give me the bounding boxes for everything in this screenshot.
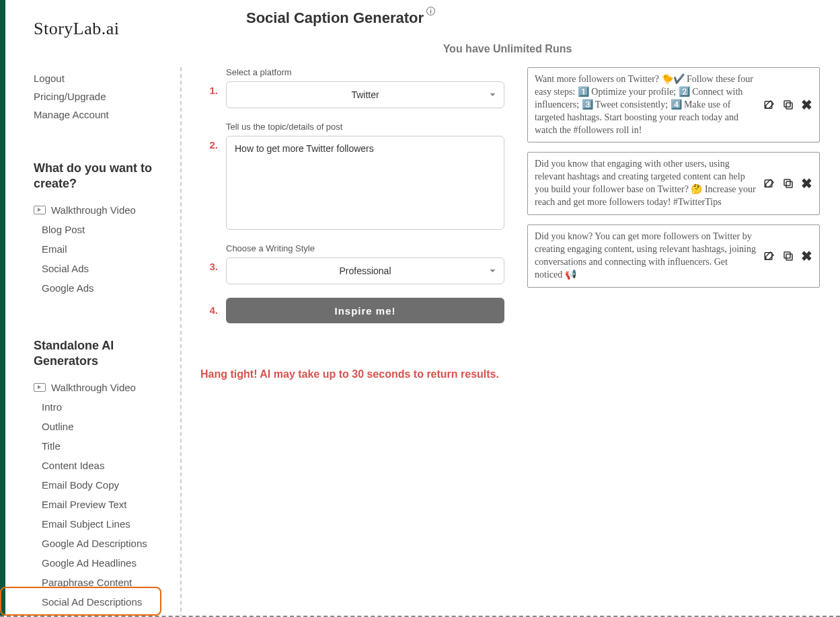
sidebar-item-social-ad-headlines[interactable]: Social Ad Headlines	[34, 612, 180, 616]
step-number: 1.	[195, 67, 226, 108]
sidebar-item-paraphrase-content[interactable]: Paraphrase Content	[34, 573, 180, 592]
step-number: 3.	[195, 243, 226, 284]
video-icon	[34, 206, 46, 214]
result-card: Did you know that engaging with other us…	[527, 152, 820, 215]
inspire-me-button[interactable]: Inspire me!	[226, 298, 504, 323]
step-number: 4.	[195, 298, 226, 323]
section-create-title: What do you want to create?	[34, 161, 180, 192]
sidebar-item-label: Email	[42, 243, 67, 255]
result-actions: ✖	[763, 73, 812, 136]
result-text: Did you know? You can get more followers…	[535, 231, 757, 282]
result-actions: ✖	[763, 158, 812, 209]
sidebar-item-walkthrough-video-1[interactable]: Walkthrough Video	[34, 200, 180, 220]
close-icon[interactable]: ✖	[801, 175, 812, 192]
result-text: Want more followers on Twitter? 🐤✔️ Foll…	[535, 73, 757, 136]
sidebar-item-label: Social Ads	[42, 263, 89, 274]
svg-rect-4	[786, 181, 792, 188]
result-actions: ✖	[763, 231, 812, 282]
sidebar-item-label: Walkthrough Video	[51, 204, 136, 216]
svg-rect-1	[786, 103, 792, 109]
edit-icon[interactable]	[763, 250, 775, 262]
video-icon	[34, 383, 46, 392]
sidebar-item-social-ad-descriptions[interactable]: Social Ad Descriptions	[34, 592, 180, 612]
platform-select[interactable]: Twitter	[226, 81, 504, 108]
section-standalone-list: Walkthrough Video Intro Outline Title Co…	[34, 378, 180, 616]
section-create-list: Walkthrough Video Blog Post Email Social…	[34, 200, 180, 298]
sidebar-item-label: Walkthrough Video	[51, 382, 136, 393]
svg-rect-8	[784, 252, 790, 258]
sidebar: StoryLab.ai Logout Pricing/Upgrade Manag…	[5, 0, 180, 616]
results-column: Want more followers on Twitter? 🐤✔️ Foll…	[527, 67, 820, 382]
sidebar-item-label: Email Body Copy	[42, 479, 119, 491]
close-icon[interactable]: ✖	[801, 248, 812, 264]
sidebar-item-title[interactable]: Title	[34, 436, 180, 456]
sidebar-item-label: Email Preview Text	[42, 499, 126, 510]
sidebar-item-google-ad-headlines[interactable]: Google Ad Headlines	[34, 553, 180, 573]
step-2: 2. Tell us the topic/details of post How…	[195, 122, 504, 230]
svg-rect-7	[786, 254, 792, 260]
vertical-divider	[180, 67, 182, 617]
step-label-style: Choose a Writing Style	[226, 243, 504, 253]
sidebar-item-label: Title	[42, 440, 61, 452]
sidebar-item-label: Email Subject Lines	[42, 518, 130, 530]
sidebar-item-label: Google Ad Descriptions	[42, 538, 147, 549]
page-title-text: Social Caption Generator	[246, 9, 424, 27]
step-number: 2.	[195, 122, 226, 230]
logo: StoryLab.ai	[34, 19, 180, 39]
copy-icon[interactable]	[782, 250, 794, 262]
edit-icon[interactable]	[763, 177, 775, 190]
wait-message: Hang tight! AI may take up to 30 seconds…	[195, 366, 504, 382]
account-links: Logout Pricing/Upgrade Manage Account	[34, 73, 180, 120]
result-card: Did you know? You can get more followers…	[527, 224, 820, 288]
sidebar-item-label: Google Ad Headlines	[42, 557, 137, 569]
form-column: 1. Select a platform Twitter 2. Tell us …	[195, 67, 504, 382]
step-4: 4. Inspire me!	[195, 298, 504, 323]
main-content: Social Caption Generator i You have Unli…	[195, 0, 840, 616]
edit-icon[interactable]	[763, 99, 775, 111]
page-title: Social Caption Generator i	[246, 9, 435, 27]
sidebar-item-email-preview-text[interactable]: Email Preview Text	[34, 495, 180, 514]
sidebar-item-google-ad-descriptions[interactable]: Google Ad Descriptions	[34, 534, 180, 553]
sidebar-item-content-ideas[interactable]: Content Ideas	[34, 456, 180, 475]
sidebar-item-email-body-copy[interactable]: Email Body Copy	[34, 475, 180, 495]
sidebar-item-email[interactable]: Email	[34, 239, 180, 259]
sidebar-item-social-ads[interactable]: Social Ads	[34, 259, 180, 278]
sidebar-item-outline[interactable]: Outline	[34, 417, 180, 436]
manage-account-link[interactable]: Manage Account	[34, 109, 180, 120]
sidebar-item-label: Blog Post	[42, 224, 85, 235]
section-standalone-title: Standalone AI Generators	[34, 338, 180, 370]
writing-style-select[interactable]: Professional	[226, 257, 504, 284]
sidebar-item-label: Content Ideas	[42, 460, 104, 471]
step-1: 1. Select a platform Twitter	[195, 67, 504, 108]
step-3: 3. Choose a Writing Style Professional	[195, 243, 504, 284]
result-text: Did you know that engaging with other us…	[535, 158, 757, 209]
step-label-platform: Select a platform	[226, 67, 504, 77]
runs-message: You have Unlimited Runs	[195, 43, 820, 55]
sidebar-item-label: Intro	[42, 401, 62, 413]
copy-icon[interactable]	[782, 99, 794, 111]
pricing-link[interactable]: Pricing/Upgrade	[34, 91, 180, 102]
left-accent-bar	[0, 0, 5, 616]
svg-rect-5	[784, 179, 790, 186]
sidebar-item-walkthrough-video-2[interactable]: Walkthrough Video	[34, 378, 180, 397]
copy-icon[interactable]	[782, 177, 794, 190]
svg-rect-2	[784, 101, 790, 107]
logout-link[interactable]: Logout	[34, 73, 180, 84]
sidebar-item-label: Outline	[42, 421, 74, 432]
info-icon[interactable]: i	[426, 7, 435, 15]
sidebar-item-blog-post[interactable]: Blog Post	[34, 220, 180, 239]
sidebar-item-intro[interactable]: Intro	[34, 397, 180, 417]
result-card: Want more followers on Twitter? 🐤✔️ Foll…	[527, 67, 820, 142]
sidebar-item-email-subject-lines[interactable]: Email Subject Lines	[34, 514, 180, 534]
sidebar-item-label: Google Ads	[42, 282, 94, 294]
topic-textarea[interactable]: How to get more Twitter followers	[226, 136, 504, 230]
sidebar-item-label: Social Ad Descriptions	[42, 596, 142, 608]
close-icon[interactable]: ✖	[801, 97, 812, 113]
sidebar-item-label: Paraphrase Content	[42, 577, 132, 588]
sidebar-item-google-ads[interactable]: Google Ads	[34, 278, 180, 298]
step-label-topic: Tell us the topic/details of post	[226, 122, 504, 132]
